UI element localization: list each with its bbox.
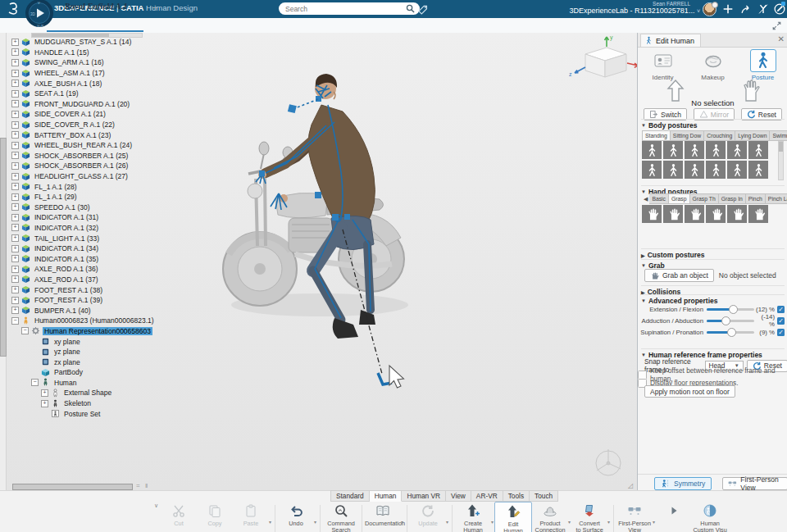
tree-item[interactable]: +WHEEL_BUSH_REAR A.1 (24) <box>8 140 148 151</box>
3dexperience-compass[interactable]: 3D V V+R <box>25 0 54 30</box>
slider-track[interactable] <box>707 308 754 311</box>
body-posture-tab[interactable]: Swimming <box>770 130 787 141</box>
command-dropdown-caret[interactable]: ▾ <box>401 519 403 525</box>
body-posture-tab[interactable]: Crouching <box>704 130 735 141</box>
tree-item[interactable]: PartBody <box>8 367 148 378</box>
tree-expander-icon[interactable]: + <box>11 162 19 170</box>
tree-expander-icon[interactable]: + <box>11 203 19 211</box>
command-paste[interactable]: Paste <box>233 502 269 532</box>
tree-expander-icon[interactable]: + <box>11 152 19 159</box>
tree-expander-icon[interactable]: − <box>31 379 39 386</box>
tree-item[interactable]: +FOOT_REST A.1 (39) <box>8 295 148 306</box>
slider-track[interactable] <box>707 320 754 322</box>
tag-icon[interactable] <box>416 3 429 16</box>
tree-item[interactable]: +BATTERY_BOX A.1 (23) <box>8 130 148 140</box>
swym-icon[interactable] <box>757 2 770 16</box>
slider-thumb[interactable] <box>729 305 738 314</box>
command-dropdown-caret[interactable]: ▾ <box>491 519 494 525</box>
body-posture-tab[interactable]: Standing <box>642 130 671 141</box>
add-icon[interactable] <box>721 2 735 16</box>
tree-item[interactable]: +INDICATOR A.1 (34) <box>8 243 148 254</box>
tree-item[interactable]: +FL_1 A.1 (28) <box>8 181 148 192</box>
command-edit-human[interactable]: EditHuman <box>494 502 532 532</box>
slider-checkbox[interactable]: ✓ <box>777 329 785 336</box>
body-posture-thumbnail-pose-8[interactable] <box>663 161 683 179</box>
command-dropdown-caret[interactable]: ▾ <box>446 519 448 525</box>
search-input[interactable] <box>284 4 406 14</box>
tree-item[interactable]: +SHOCK_ABSORBER A.1 (26) <box>8 161 148 171</box>
tree-expander-icon[interactable]: + <box>11 275 19 283</box>
hand-posture-tab[interactable]: Grasp <box>669 193 690 204</box>
body-posture-thumbnail-pose-6[interactable] <box>748 141 768 159</box>
tree-expander-icon[interactable]: + <box>11 111 19 118</box>
hand-posture-tab[interactable]: Basic <box>649 193 669 204</box>
tree-item[interactable]: +AXLE_ROD A.1 (36) <box>8 264 148 275</box>
tree-expander-icon[interactable]: + <box>11 59 19 66</box>
tree-expander-icon[interactable]: + <box>11 234 19 242</box>
checkbox-unchecked[interactable] <box>638 371 647 380</box>
tree-item[interactable]: +Skeleton <box>8 398 148 409</box>
tree-item[interactable]: +WHEEL_ASM A.1 (17) <box>8 68 148 79</box>
command-convert-to-surface[interactable]: Convertto Surface <box>571 502 607 532</box>
body-posture-tab[interactable]: Lying Down <box>735 130 770 141</box>
hand-posture-thumbnail-hand-5[interactable] <box>727 205 747 223</box>
tree-item[interactable]: +SHOCK_ABSORBER A.1 (25) <box>8 151 148 161</box>
toolbar-tab-humanvr[interactable]: Human VR <box>402 490 446 502</box>
tree-expander-icon[interactable]: + <box>11 307 19 314</box>
body-posture-thumbnail-pose-5[interactable] <box>727 141 747 159</box>
tab-makeup[interactable]: Makeup <box>692 49 735 81</box>
tree-expander-icon[interactable]: + <box>41 389 48 397</box>
toolbar-tab-touch[interactable]: Touch <box>530 490 558 502</box>
symmetry-button[interactable]: Symmetry <box>654 477 712 490</box>
tree-item[interactable]: −Human Representation000658603 <box>8 326 148 337</box>
tree-expander-icon[interactable]: + <box>11 80 19 87</box>
command-command-search[interactable]: CommandSearch <box>323 502 359 532</box>
tree-item[interactable]: +SEAT A.1 (19) <box>8 89 148 99</box>
tree-item[interactable]: +AXLE_ROD A.1 (37) <box>8 275 148 285</box>
tree-expander-icon[interactable]: + <box>11 70 19 77</box>
body-posture-thumbnail-pose-4[interactable] <box>706 141 726 159</box>
command-copy[interactable]: Copy <box>197 502 233 532</box>
slider-checkbox[interactable]: ✓ <box>777 317 785 325</box>
tree-item[interactable]: +INDICATOR A.1 (35) <box>8 253 148 264</box>
slider-thumb[interactable] <box>721 316 730 325</box>
tree-item[interactable]: xy plane <box>8 336 148 347</box>
tree-expander-icon[interactable]: + <box>11 142 19 149</box>
panel-close-icon[interactable]: ✕ <box>778 34 785 43</box>
tree-item[interactable]: +SPEEDO A.1 (30) <box>8 202 148 213</box>
tree-expander-icon[interactable]: + <box>11 121 19 129</box>
tree-expander-icon[interactable]: + <box>41 400 48 407</box>
tab-identity[interactable]: Identity <box>642 49 685 81</box>
slider-thumb[interactable] <box>727 328 736 337</box>
tree-expander-icon[interactable]: + <box>11 214 19 221</box>
hand-posture-tab[interactable]: Grasp Th <box>690 193 719 204</box>
command-documentation[interactable]: Documentation <box>365 502 401 532</box>
first-person-view-button[interactable]: First-Person View <box>722 477 787 490</box>
tree-item[interactable]: +TAIL_LIGHT A.1 (33) <box>8 233 148 243</box>
global-search[interactable] <box>279 2 420 15</box>
tree-expander-icon[interactable]: − <box>11 317 19 325</box>
tree-expander-icon[interactable]: + <box>11 48 19 56</box>
tree-expander-icon[interactable]: + <box>11 266 19 273</box>
tree-item[interactable]: zx plane <box>8 357 148 367</box>
command-more[interactable] <box>656 502 692 532</box>
command-human-custom-visu[interactable]: HumanCustom Visu <box>692 502 728 532</box>
tree-expander-icon[interactable]: + <box>11 39 19 46</box>
command-dropdown-caret[interactable]: ▾ <box>568 519 571 525</box>
apply-motion-root-button[interactable]: Apply motion root on floor <box>644 385 735 398</box>
command-dropdown-caret[interactable]: ▾ <box>269 519 271 525</box>
tree-expander-icon[interactable]: + <box>11 224 19 231</box>
tree-expander-icon[interactable]: + <box>11 297 19 304</box>
hand-posture-thumbnail-hand-1[interactable] <box>642 205 662 223</box>
tree-item[interactable]: +SIDE_COVER_R A.1 (22) <box>8 120 148 130</box>
tree-item[interactable]: −Human00006823 (Human00006823.1) <box>8 316 148 326</box>
tree-item[interactable]: +SWING_ARM A.1 (16) <box>8 57 148 68</box>
action-bar-collapse-icon[interactable]: ∨ <box>154 502 158 509</box>
hand-posture-tab[interactable]: Pinch Lat <box>766 193 787 204</box>
command-dropdown-caret[interactable]: ▾ <box>607 519 610 525</box>
tree-expander-icon[interactable]: + <box>11 183 19 190</box>
tree-item[interactable]: +SIDE_COVER A.1 (21) <box>8 109 148 120</box>
body-posture-thumbnail-pose-3[interactable] <box>685 141 704 159</box>
expand-window-icon[interactable] <box>771 20 782 31</box>
section-custom-postures[interactable]: ▶Custom postures <box>641 248 785 259</box>
